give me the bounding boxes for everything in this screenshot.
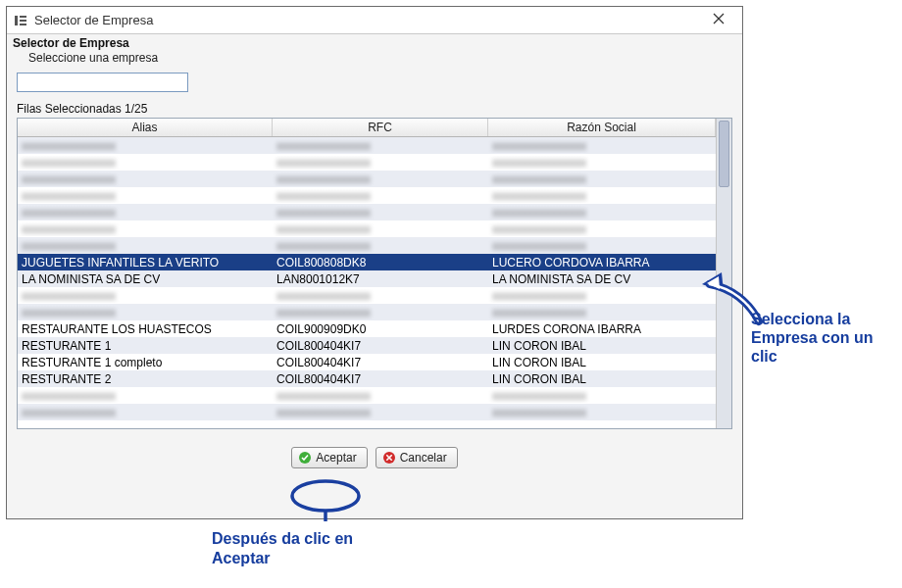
cell-rfc: xxxxxxxxxxxxxxxx [273,206,488,220]
column-header-alias[interactable]: Alias [18,119,273,136]
subheader-instruction: Seleccione una empresa [28,50,736,65]
vertical-scrollbar[interactable] [716,119,731,428]
cell-rfc: xxxxxxxxxxxxxxxx [273,189,488,203]
grid-body: xxxxxxxxxxxxxxxxxxxxxxxxxxxxxxxxxxxxxxxx… [18,137,716,420]
table-row[interactable]: xxxxxxxxxxxxxxxxxxxxxxxxxxxxxxxxxxxxxxxx… [18,137,716,154]
table-row[interactable]: LA NOMINISTA SA DE CVLAN8001012K7LA NOMI… [18,270,716,287]
subheader: Selector de Empresa Seleccione una empre… [7,34,742,65]
cell-razon: xxxxxxxxxxxxxxxx [488,222,716,236]
close-button[interactable] [701,7,736,33]
svg-rect-2 [20,16,26,18]
accept-button[interactable]: Aceptar [291,447,367,468]
cell-alias: xxxxxxxxxxxxxxxx [18,206,273,220]
cell-rfc: COIL800404KI7 [273,339,488,353]
cell-rfc: xxxxxxxxxxxxxxxx [273,406,488,419]
cell-rfc: xxxxxxxxxxxxxxxx [273,139,488,153]
cell-razon: xxxxxxxxxxxxxxxx [488,239,716,253]
cell-rfc: xxxxxxxxxxxxxxxx [273,156,488,170]
titlebar: Selector de Empresa [7,7,742,34]
cancel-circle-icon [382,451,396,465]
column-header-rfc[interactable]: RFC [273,119,488,136]
table-row[interactable]: xxxxxxxxxxxxxxxxxxxxxxxxxxxxxxxxxxxxxxxx… [18,154,716,171]
cell-razon: xxxxxxxxxxxxxxxx [488,406,716,419]
cell-rfc: xxxxxxxxxxxxxxxx [273,289,488,303]
cell-razon: LURDES CORONA IBARRA [488,322,716,336]
cell-razon: xxxxxxxxxxxxxxxx [488,306,716,319]
cell-rfc: xxxxxxxxxxxxxxxx [273,389,488,403]
grid-header: Alias RFC Razón Social [18,119,716,137]
cell-rfc: COIL800808DK8 [273,256,488,270]
cell-razon: xxxxxxxxxxxxxxxx [488,206,716,220]
selected-count: Filas Seleccionadas 1/25 [17,102,732,116]
table-row[interactable]: RESTURANTE 1 completoCOIL800404KI7LIN CO… [18,354,716,370]
table-row[interactable]: xxxxxxxxxxxxxxxxxxxxxxxxxxxxxxxxxxxxxxxx… [18,404,716,420]
cell-alias: xxxxxxxxxxxxxxxx [18,306,273,319]
scrollbar-thumb[interactable] [719,121,729,187]
annotation-select-company: Selecciona la Empresa con un clic [751,310,898,367]
svg-rect-1 [20,20,26,22]
cell-rfc: xxxxxxxxxxxxxxxx [273,172,488,186]
selector-window: Selector de Empresa Selector de Empresa … [6,6,743,519]
cell-alias: xxxxxxxxxxxxxxxx [18,389,273,403]
cell-alias: RESTAURANTE LOS HUASTECOS [18,322,273,336]
cell-razon: xxxxxxxxxxxxxxxx [488,289,716,303]
cell-razon: LUCERO CORDOVA IBARRA [488,256,716,270]
cell-alias: RESTURANTE 1 [18,339,273,353]
cell-alias: xxxxxxxxxxxxxxxx [18,289,273,303]
table-row[interactable]: xxxxxxxxxxxxxxxxxxxxxxxxxxxxxxxxxxxxxxxx… [18,220,716,237]
table-row[interactable]: RESTURANTE 2COIL800404KI7LIN CORON IBAL [18,370,716,387]
dialog-footer: Aceptar Cancelar [7,447,742,468]
cell-alias: xxxxxxxxxxxxxxxx [18,172,273,186]
app-icon [13,13,28,28]
cell-alias: xxxxxxxxxxxxxxxx [18,222,273,236]
table-row[interactable]: xxxxxxxxxxxxxxxxxxxxxxxxxxxxxxxxxxxxxxxx… [18,187,716,204]
accept-label: Aceptar [316,451,356,465]
cell-razon: xxxxxxxxxxxxxxxx [488,172,716,186]
cell-rfc: COIL900909DK0 [273,322,488,336]
table-row[interactable]: xxxxxxxxxxxxxxxxxxxxxxxxxxxxxxxxxxxxxxxx… [18,387,716,404]
table-row[interactable]: xxxxxxxxxxxxxxxxxxxxxxxxxxxxxxxxxxxxxxxx… [18,237,716,254]
company-grid: Alias RFC Razón Social xxxxxxxxxxxxxxxxx… [17,118,732,429]
cell-alias: xxxxxxxxxxxxxxxx [18,239,273,253]
cell-alias: RESTURANTE 1 completo [18,356,273,369]
table-row[interactable]: RESTURANTE 1COIL800404KI7LIN CORON IBAL [18,337,716,354]
subheader-title: Selector de Empresa [13,36,736,50]
window-title: Selector de Empresa [34,13,153,27]
cell-razon: xxxxxxxxxxxxxxxx [488,389,716,403]
column-header-razon[interactable]: Razón Social [488,119,716,136]
cell-rfc: xxxxxxxxxxxxxxxx [273,222,488,236]
table-row[interactable]: RESTAURANTE LOS HUASTECOSCOIL900909DK0LU… [18,320,716,337]
cell-razon: xxxxxxxxxxxxxxxx [488,189,716,203]
table-row[interactable]: xxxxxxxxxxxxxxxxxxxxxxxxxxxxxxxxxxxxxxxx… [18,304,716,320]
cell-alias: xxxxxxxxxxxxxxxx [18,189,273,203]
svg-rect-0 [15,16,18,25]
cell-rfc: xxxxxxxxxxxxxxxx [273,306,488,319]
cell-alias: LA NOMINISTA SA DE CV [18,272,273,286]
search-input[interactable] [17,73,188,92]
cell-alias: xxxxxxxxxxxxxxxx [18,156,273,170]
cell-razon: LIN CORON IBAL [488,339,716,353]
check-circle-icon [298,451,312,465]
cell-rfc: LAN8001012K7 [273,272,488,286]
table-row[interactable]: JUGUETES INFANTILES LA VERITOCOIL800808D… [18,254,716,270]
table-row[interactable]: xxxxxxxxxxxxxxxxxxxxxxxxxxxxxxxxxxxxxxxx… [18,287,716,304]
cell-razon: LIN CORON IBAL [488,356,716,369]
cell-razon: LIN CORON IBAL [488,372,716,386]
cell-rfc: COIL800404KI7 [273,372,488,386]
cell-razon: xxxxxxxxxxxxxxxx [488,139,716,153]
svg-rect-3 [20,24,26,25]
cell-alias: RESTURANTE 2 [18,372,273,386]
table-row[interactable]: xxxxxxxxxxxxxxxxxxxxxxxxxxxxxxxxxxxxxxxx… [18,171,716,187]
annotation-then-accept: Después da clic en Aceptar [212,529,408,568]
cancel-label: Cancelar [400,451,447,465]
cell-razon: LA NOMINISTA SA DE CV [488,272,716,286]
table-row[interactable]: xxxxxxxxxxxxxxxxxxxxxxxxxxxxxxxxxxxxxxxx… [18,204,716,220]
cell-rfc: COIL800404KI7 [273,356,488,369]
cell-razon: xxxxxxxxxxxxxxxx [488,156,716,170]
cell-rfc: xxxxxxxxxxxxxxxx [273,239,488,253]
cell-alias: xxxxxxxxxxxxxxxx [18,406,273,419]
cell-alias: xxxxxxxxxxxxxxxx [18,139,273,153]
cell-alias: JUGUETES INFANTILES LA VERITO [18,256,273,270]
close-icon [713,13,725,27]
cancel-button[interactable]: Cancelar [376,447,458,468]
